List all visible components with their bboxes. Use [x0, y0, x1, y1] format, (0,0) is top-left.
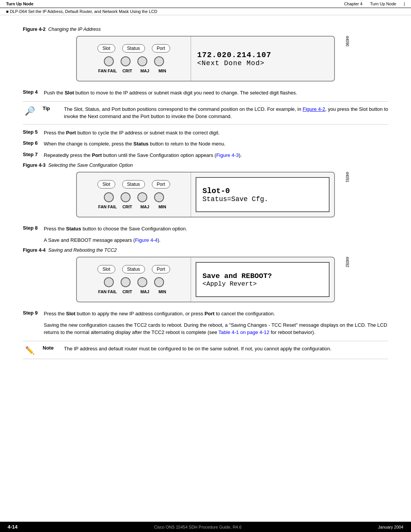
- step9-link-table[interactable]: Table 4-1 on page 4-12: [218, 329, 269, 335]
- label-maj-2: MAJ: [137, 204, 153, 209]
- label-fanfail-1: FAN FAIL: [98, 69, 118, 73]
- tip-text: The Slot, Status, and Port button positi…: [64, 105, 388, 120]
- lcd-circles-row-3: [104, 277, 164, 287]
- label-crit-2: CRIT: [120, 204, 135, 209]
- step-5-row: Step 5 Press the Port button to cycle th…: [23, 129, 388, 137]
- led-1d: [154, 56, 164, 66]
- lcd-display-3: Save and REBOOT? <Apply Revert>: [196, 262, 330, 297]
- page-indicator: ■: [6, 9, 9, 14]
- fig4-title: Saving and Rebooting the TCC2: [48, 248, 117, 253]
- lcd-display-1: 172.020.214.107 <Next Done Mod>: [191, 37, 334, 81]
- status-button-1[interactable]: Status: [122, 44, 145, 53]
- lcd-circles-row-2: [104, 192, 164, 202]
- lcd-line2-1: <Next Done Mod>: [197, 59, 328, 67]
- step-5-label: Step 5: [23, 129, 44, 135]
- step-9-row: Step 9 Press the Slot button to apply th…: [23, 310, 388, 318]
- figure-4-3-caption: Figure 4-3 Selecting the Save Configurat…: [23, 163, 388, 168]
- steps-section: Step 4 Push the Slot button to move to t…: [23, 89, 388, 159]
- fig3-prefix: Figure 4-3: [23, 163, 46, 168]
- step-4-label: Step 4: [23, 89, 44, 95]
- lcd-labels-row-2: FAN FAIL CRIT MAJ MIN: [98, 204, 170, 209]
- page-footer: 4-14 Cisco ONS 15454 SDH Procedure Guide…: [0, 522, 411, 532]
- lcd-labels-row-1: FAN FAIL CRIT MAJ MIN: [98, 69, 170, 73]
- step-7-text: Repeatedly press the Port button until t…: [44, 152, 388, 159]
- figure-4-4-caption: Figure 4-4 Saving and Rebooting the TCC2: [23, 248, 388, 253]
- fig-number-2: 44091: [345, 172, 349, 217]
- tip-label: Tip: [43, 105, 58, 111]
- port-button-1[interactable]: Port: [152, 44, 170, 53]
- led-3a: [104, 277, 114, 287]
- slot-button-1[interactable]: Slot: [97, 44, 115, 53]
- top-bar: Turn Up Node Chapter 4 Turn Up Node |: [0, 0, 411, 8]
- chapter-section-label: Turn Up Node: [6, 2, 33, 6]
- note-label: Note: [43, 345, 58, 351]
- lcd-panel-2: Slot Status Port FAN FAIL CRIT MAJ MIN: [76, 172, 335, 217]
- fig4-prefix: Figure 4-4: [23, 248, 46, 253]
- lcd-panel-3: Slot Status Port FAN FAIL CRIT MAJ MIN: [76, 257, 335, 302]
- led-1c: [137, 56, 147, 66]
- label-maj-3: MAJ: [137, 289, 153, 294]
- led-2d: [154, 192, 164, 202]
- step-8b-text: A Save and REBOOT message appears (Figur…: [44, 236, 388, 244]
- step8-link-fig4[interactable]: Figure 4-4: [135, 237, 158, 243]
- slot-button-2[interactable]: Slot: [97, 180, 115, 189]
- label-crit-3: CRIT: [120, 289, 135, 294]
- figure-4-3-wrap: Slot Status Port FAN FAIL CRIT MAJ MIN: [72, 172, 339, 217]
- led-1a: [104, 56, 114, 66]
- label-min-3: MIN: [155, 289, 170, 294]
- label-fanfail-2: FAN FAIL: [98, 204, 118, 209]
- steps-section-3: Step 9 Press the Slot button to apply th…: [23, 310, 388, 359]
- step-4-row: Step 4 Push the Slot button to move to t…: [23, 89, 388, 97]
- footer-page-number: 4-14: [8, 524, 18, 530]
- fig3-title: Selecting the Save Configuration Option: [48, 163, 133, 168]
- step-6-label: Step 6: [23, 140, 44, 146]
- step-9b-row: Saving the new configuration causes the …: [44, 321, 388, 336]
- led-2c: [137, 192, 147, 202]
- port-button-3[interactable]: Port: [152, 265, 170, 273]
- step-8b-row: A Save and REBOOT message appears (Figur…: [44, 236, 388, 244]
- chapter-label: Chapter 4: [344, 2, 362, 6]
- lcd-slot-line2: Status=Save Cfg.: [202, 195, 323, 203]
- status-button-2[interactable]: Status: [122, 180, 145, 189]
- step7-link-fig3[interactable]: Figure 4-3: [216, 152, 239, 158]
- step-8-label: Step 8: [23, 225, 44, 231]
- label-min-2: MIN: [155, 204, 170, 209]
- main-content: Figure 4-2 Changing the IP Address Slot …: [0, 15, 411, 394]
- label-fanfail-3: FAN FAIL: [98, 289, 118, 294]
- led-3b: [121, 277, 131, 287]
- lcd-buttons-row-3: Slot Status Port: [97, 265, 170, 273]
- step-5-text: Press the Port button to cycle the IP ad…: [44, 129, 388, 137]
- figure-4-2-caption: Figure 4-2 Changing the IP Address: [23, 27, 388, 32]
- lcd-circles-row-1: [104, 56, 164, 66]
- status-button-3[interactable]: Status: [122, 265, 145, 273]
- step-6-text: When the change is complete, press the S…: [44, 140, 388, 148]
- lcd-left-2: Slot Status Port FAN FAIL CRIT MAJ MIN: [77, 173, 191, 217]
- fig2-title: Changing the IP Address: [48, 27, 101, 32]
- note-icon: ✏️: [23, 346, 37, 355]
- led-1b: [121, 56, 131, 66]
- breadcrumb-text: DLP-D64 Set the IP Address, Default Rout…: [10, 9, 157, 14]
- port-button-2[interactable]: Port: [152, 180, 170, 189]
- top-bar-right: Chapter 4 Turn Up Node |: [344, 2, 405, 6]
- figure-4-2-wrap: Slot Status Port FAN FAIL CRIT MAJ MIN: [72, 36, 339, 81]
- fig-number-1: 44090: [345, 36, 349, 81]
- step-9-text: Press the Slot button to apply the new I…: [44, 310, 388, 318]
- led-3d: [154, 277, 164, 287]
- lcd-slot-line1: Slot-0: [202, 187, 323, 195]
- led-2a: [104, 192, 114, 202]
- lcd-left-1: Slot Status Port FAN FAIL CRIT MAJ MIN: [77, 37, 191, 81]
- lcd-labels-row-3: FAN FAIL CRIT MAJ MIN: [98, 289, 170, 294]
- lcd-buttons-row-1: Slot Status Port: [97, 44, 170, 53]
- step-8-row: Step 8 Press the Status button to choose…: [23, 225, 388, 233]
- slot-button-3[interactable]: Slot: [97, 265, 115, 273]
- footer-center-text: Cisco ONS 15454 SDH Procedure Guide, R4.…: [154, 525, 242, 529]
- label-maj-1: MAJ: [137, 69, 153, 73]
- figure-4-4-wrap: Slot Status Port FAN FAIL CRIT MAJ MIN: [72, 257, 339, 302]
- step-8-text: Press the Status button to choose the Sa…: [44, 225, 388, 233]
- lcd-display-2: Slot-0 Status=Save Cfg.: [196, 177, 330, 212]
- step-7-label: Step 7: [23, 152, 44, 157]
- tip-link-fig2[interactable]: Figure 4-2: [303, 106, 325, 112]
- fig2-prefix: Figure 4-2: [23, 27, 46, 32]
- steps-section-2: Step 8 Press the Status button to choose…: [23, 225, 388, 244]
- lcd-left-3: Slot Status Port FAN FAIL CRIT MAJ MIN: [77, 257, 191, 302]
